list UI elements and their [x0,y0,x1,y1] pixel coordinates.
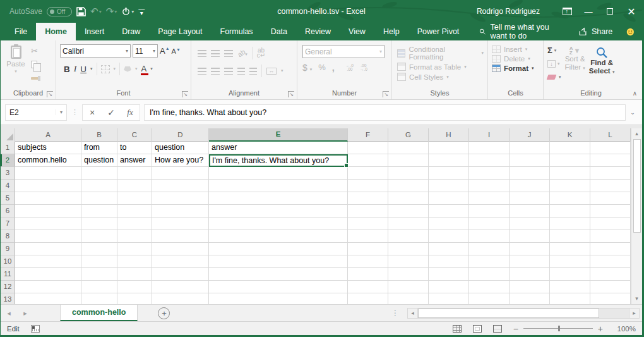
cell-J8[interactable] [510,230,550,243]
cell-G3[interactable] [388,167,429,180]
cell-B13[interactable] [81,293,117,304]
cell-H13[interactable] [429,293,469,304]
cell-F7[interactable] [348,218,388,230]
cell-A3[interactable] [15,167,81,180]
row-header-12[interactable]: 12 [1,281,15,293]
row-header-2[interactable]: 2 [1,154,15,167]
ribbon-display-options-button[interactable] [556,0,578,23]
row-header-6[interactable]: 6 [1,205,15,218]
cell-I13[interactable] [469,293,510,304]
cell-A13[interactable] [15,293,81,304]
alignment-dialog-launcher[interactable]: ↘ [288,91,294,97]
cell-K5[interactable] [550,192,590,205]
cell-G1[interactable] [388,142,429,154]
cell-E2[interactable]: I'm fine, thanks. What about you? [209,154,348,167]
cell-D6[interactable] [152,205,209,218]
borders-icon[interactable] [101,65,110,73]
cell-H10[interactable] [429,255,469,268]
cell-A11[interactable] [15,268,81,281]
cell-L2[interactable] [590,154,631,167]
row-header-1[interactable]: 1 [1,142,15,154]
cell-I9[interactable] [469,243,510,255]
column-header-K[interactable]: K [550,128,590,142]
close-button[interactable]: ✕ [621,0,642,23]
autosave-toggle[interactable]: Off [47,7,72,16]
italic-button[interactable]: I [74,64,77,74]
cell-C11[interactable] [117,268,152,281]
scroll-up-icon[interactable]: ▴ [631,128,642,139]
fill-color-icon[interactable] [124,66,131,72]
increase-decimal-button[interactable]: ←.0.00 [346,64,354,71]
cell-I5[interactable] [469,192,510,205]
column-header-J[interactable]: J [510,128,550,142]
cell-I8[interactable] [469,230,510,243]
page-layout-view-button[interactable] [473,325,482,333]
column-header-G[interactable]: G [388,128,429,142]
cell-E4[interactable] [209,180,348,192]
bold-button[interactable]: B [64,64,70,74]
cell-H7[interactable] [429,218,469,230]
cell-A4[interactable] [15,180,81,192]
cell-I1[interactable] [469,142,510,154]
column-header-E[interactable]: E [209,128,348,142]
zoom-level[interactable]: 100% [614,325,636,333]
cell-A8[interactable] [15,230,81,243]
cut-button[interactable]: ✂ [30,45,42,56]
cell-K2[interactable] [550,154,590,167]
wrap-text-button[interactable]: abc↵ [257,48,265,58]
cell-J6[interactable] [510,205,550,218]
cell-L7[interactable] [590,218,631,230]
cell-J1[interactable] [510,142,550,154]
expand-formula-bar-icon[interactable]: ⌄ [626,109,640,116]
cell-H11[interactable] [429,268,469,281]
cell-J2[interactable] [510,154,550,167]
cell-G11[interactable] [388,268,429,281]
insert-function-button[interactable]: fx [121,107,140,118]
format-painter-button[interactable] [30,73,42,84]
cell-E11[interactable] [209,268,348,281]
name-box[interactable]: E2▾ [5,104,67,121]
cell-F3[interactable] [348,167,388,180]
row-header-3[interactable]: 3 [1,167,15,180]
cell-F10[interactable] [348,255,388,268]
cell-I6[interactable] [469,205,510,218]
tab-help[interactable]: Help [374,23,408,40]
zoom-out-button[interactable]: − [513,324,518,334]
scroll-left-icon[interactable]: ◂ [407,308,418,319]
cell-D7[interactable] [152,218,209,230]
tab-review[interactable]: Review [296,23,340,40]
cell-styles-button[interactable]: Cell Styles▾ [397,73,484,81]
delete-cells-button[interactable]: Delete▾ [492,55,540,63]
cancel-entry-button[interactable]: × [83,107,102,118]
normal-view-button[interactable] [453,325,462,333]
minimize-button[interactable]: — [578,0,599,23]
cell-J3[interactable] [510,167,550,180]
copy-button[interactable]: ▾ [30,59,42,70]
cell-I3[interactable] [469,167,510,180]
cell-G7[interactable] [388,218,429,230]
cell-E10[interactable] [209,255,348,268]
underline-dropdown-icon[interactable]: ▾ [90,66,93,71]
redo-button[interactable]: ↷▾ [106,6,117,17]
horizontal-scroll-thumb[interactable] [418,309,599,318]
cell-J12[interactable] [510,281,550,293]
cell-L4[interactable] [590,180,631,192]
cell-B9[interactable] [81,243,117,255]
cell-G9[interactable] [388,243,429,255]
font-color-dropdown-icon[interactable]: ▾ [150,66,153,71]
cell-F9[interactable] [348,243,388,255]
cell-A12[interactable] [15,281,81,293]
cell-F8[interactable] [348,230,388,243]
cell-E9[interactable] [209,243,348,255]
cell-D9[interactable] [152,243,209,255]
grow-font-button[interactable]: A▲ [160,46,170,56]
cell-K3[interactable] [550,167,590,180]
cell-L3[interactable] [590,167,631,180]
tab-draw[interactable]: Draw [113,23,149,40]
conditional-formatting-button[interactable]: Conditional Formatting▾ [397,46,484,61]
cell-H8[interactable] [429,230,469,243]
cell-E8[interactable] [209,230,348,243]
customize-toolbar-button[interactable]: —▾ [138,8,145,15]
zoom-slider[interactable] [523,328,593,329]
column-header-H[interactable]: H [429,128,469,142]
